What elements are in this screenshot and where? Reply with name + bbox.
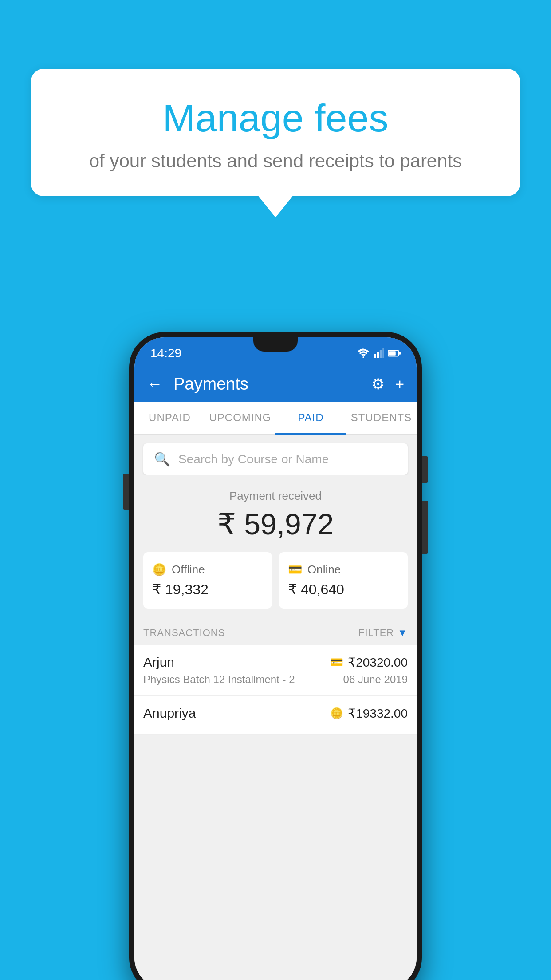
payment-cards: 🪙 Offline ₹ 19,332 💳 Online ₹ 40,640 bbox=[143, 552, 408, 609]
status-icons bbox=[357, 348, 401, 358]
offline-label: Offline bbox=[172, 563, 205, 577]
payment-total-amount: ₹ 59,972 bbox=[143, 507, 408, 541]
online-label: Online bbox=[307, 563, 341, 577]
search-placeholder-text: Search by Course or Name bbox=[178, 452, 329, 466]
payment-received-label: Payment received bbox=[143, 489, 408, 503]
online-amount: ₹ 40,640 bbox=[288, 581, 399, 598]
search-bar[interactable]: 🔍 Search by Course or Name bbox=[143, 443, 408, 475]
payment-summary: Payment received ₹ 59,972 🪙 Offline ₹ 19… bbox=[134, 475, 417, 617]
battery-icon bbox=[388, 348, 401, 358]
wifi-icon bbox=[357, 348, 370, 358]
transaction-amount-2: 🪙 ₹19332.00 bbox=[330, 706, 408, 721]
tab-paid[interactable]: PAID bbox=[276, 402, 346, 434]
transactions-header: TRANSACTIONS FILTER ▼ bbox=[134, 617, 417, 645]
phone-screen: 14:29 bbox=[134, 337, 417, 980]
transaction-row-arjun[interactable]: Arjun 💳 ₹20320.00 Physics Batch 12 Insta… bbox=[134, 645, 417, 696]
status-time: 14:29 bbox=[150, 346, 181, 360]
header-actions: ⚙ + bbox=[371, 375, 404, 393]
online-card-header: 💳 Online bbox=[288, 563, 399, 577]
offline-card: 🪙 Offline ₹ 19,332 bbox=[143, 552, 272, 609]
online-card: 💳 Online ₹ 40,640 bbox=[279, 552, 408, 609]
tab-unpaid[interactable]: UNPAID bbox=[134, 402, 205, 434]
svg-rect-0 bbox=[374, 354, 376, 358]
online-icon: 💳 bbox=[288, 563, 302, 577]
payment-type-icon-1: 💳 bbox=[330, 656, 343, 668]
app-header: ← Payments ⚙ + bbox=[134, 366, 417, 402]
search-icon: 🔍 bbox=[154, 451, 170, 467]
transaction-name-1: Arjun bbox=[143, 655, 174, 670]
svg-rect-3 bbox=[382, 348, 384, 358]
back-button[interactable]: ← bbox=[147, 375, 163, 393]
speech-bubble: Manage fees of your students and send re… bbox=[31, 69, 520, 196]
bubble-title: Manage fees bbox=[53, 95, 498, 141]
transaction-top-2: Anupriya 🪙 ₹19332.00 bbox=[143, 706, 408, 721]
side-button-power bbox=[422, 456, 428, 483]
offline-card-header: 🪙 Offline bbox=[152, 563, 263, 577]
payment-type-icon-2: 🪙 bbox=[330, 707, 343, 719]
offline-amount: ₹ 19,332 bbox=[152, 581, 263, 598]
filter-icon: ▼ bbox=[398, 627, 408, 639]
filter-button[interactable]: FILTER ▼ bbox=[358, 627, 408, 639]
header-title: Payments bbox=[173, 375, 371, 394]
svg-rect-2 bbox=[380, 350, 382, 358]
bubble-subtitle: of your students and send receipts to pa… bbox=[53, 150, 498, 172]
tab-students[interactable]: STUDENTS bbox=[346, 402, 417, 434]
transaction-name-2: Anupriya bbox=[143, 706, 196, 721]
phone-notch bbox=[253, 337, 298, 352]
side-button-volume bbox=[123, 474, 129, 510]
transaction-course-1: Physics Batch 12 Installment - 2 bbox=[143, 673, 295, 686]
side-button-volume-right bbox=[422, 501, 428, 554]
settings-button[interactable]: ⚙ bbox=[371, 375, 385, 393]
signal-icon bbox=[374, 348, 384, 358]
transaction-top-1: Arjun 💳 ₹20320.00 bbox=[143, 655, 408, 670]
transaction-bottom-1: Physics Batch 12 Installment - 2 06 June… bbox=[143, 673, 408, 686]
transaction-date-1: 06 June 2019 bbox=[343, 673, 408, 686]
svg-rect-1 bbox=[377, 352, 379, 358]
phone-frame: 14:29 bbox=[129, 332, 422, 980]
svg-rect-6 bbox=[399, 352, 401, 355]
transactions-label: TRANSACTIONS bbox=[143, 627, 225, 639]
transaction-row-anupriya[interactable]: Anupriya 🪙 ₹19332.00 bbox=[134, 696, 417, 735]
content-area: 🔍 Search by Course or Name Payment recei… bbox=[134, 435, 417, 980]
tab-upcoming[interactable]: UPCOMING bbox=[205, 402, 276, 434]
transaction-amount-1: 💳 ₹20320.00 bbox=[330, 655, 408, 670]
svg-rect-5 bbox=[389, 351, 396, 355]
offline-icon: 🪙 bbox=[152, 563, 166, 577]
add-button[interactable]: + bbox=[395, 375, 404, 393]
tabs-container: UNPAID UPCOMING PAID STUDENTS bbox=[134, 402, 417, 435]
